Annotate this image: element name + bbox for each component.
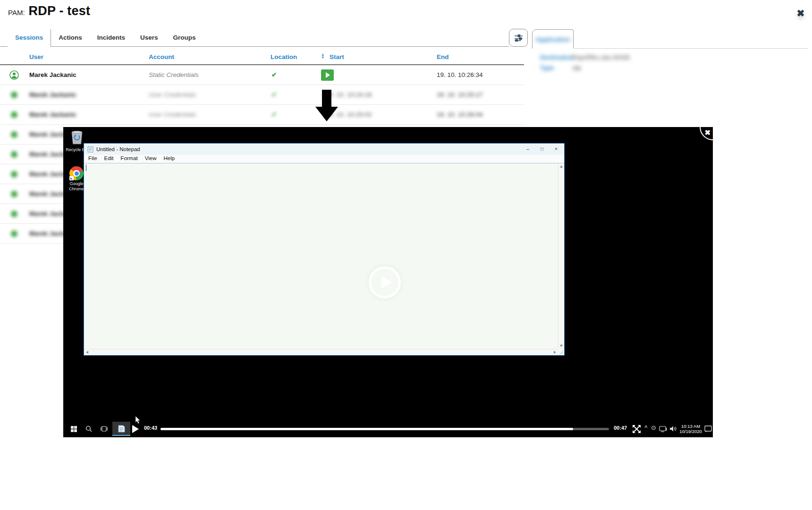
player-close-icon[interactable]: ✖ (704, 128, 710, 137)
cell-end: 19. 10. 10:25:17 (437, 85, 483, 105)
sort-icon[interactable]: ▲▼ (321, 53, 324, 59)
location-check-icon: ✔ (271, 85, 277, 105)
taskbar-clock[interactable]: 10:13 AM 10/19/2020 (678, 424, 703, 434)
field-label[interactable]: Destination (540, 54, 572, 61)
menu-format[interactable]: Format (119, 155, 139, 163)
user-avatar-icon (11, 111, 17, 118)
user-avatar-icon (11, 92, 17, 98)
scroll-left-icon[interactable] (86, 351, 88, 354)
table-header: User Account Location ▲▼ Start End (0, 50, 524, 65)
menu-file[interactable]: File (87, 155, 99, 163)
player-play-icon[interactable] (132, 425, 139, 433)
shortcut-arrow-icon (69, 176, 74, 180)
text-caret (86, 165, 86, 171)
search-icon (85, 425, 92, 432)
action-center-icon[interactable] (704, 425, 712, 432)
scroll-up-icon[interactable] (560, 165, 563, 168)
network-icon[interactable] (659, 426, 667, 432)
user-avatar-icon (11, 171, 17, 178)
user-avatar-icon (9, 70, 19, 80)
header-location[interactable]: Location (271, 53, 297, 60)
session-recording-player: ✖ Recycle Bin Google Chrome Untitled - N… (63, 127, 713, 437)
header-end[interactable]: End (437, 53, 449, 60)
user-avatar-icon (11, 191, 17, 197)
vertical-scrollbar[interactable] (558, 163, 564, 349)
user-avatar-icon (11, 211, 17, 217)
start-button[interactable] (67, 422, 80, 436)
header-user[interactable]: User (29, 53, 43, 60)
tab-actions[interactable]: Actions (51, 29, 90, 46)
seek-bar[interactable] (161, 428, 609, 430)
close-icon[interactable]: ✖ (794, 7, 807, 20)
tab-users[interactable]: Users (133, 29, 166, 46)
tray-record-icon[interactable]: ⊙ (651, 424, 656, 431)
sliders-icon (514, 34, 523, 42)
field-type: Type rdp (540, 64, 630, 71)
page-title: PAM: RDP - test (8, 4, 90, 18)
window-close-button[interactable]: × (549, 144, 563, 155)
filter-button[interactable] (509, 29, 528, 47)
header-account[interactable]: Account (149, 53, 174, 60)
down-arrow-icon (314, 90, 339, 122)
recycle-bin-icon (70, 129, 84, 144)
cell-user: Marek Jackanic (29, 65, 76, 85)
scroll-down-icon[interactable] (560, 345, 563, 347)
panel-divider (573, 48, 808, 49)
maximize-button[interactable]: □ (535, 144, 549, 155)
resize-grip-icon[interactable] (558, 349, 564, 355)
notepad-menubar: File Edit Format View Help (84, 155, 564, 163)
session-row[interactable]: Marek Jackanic User Credentials ✔ 19. 10… (0, 85, 524, 105)
cell-end: 19. 10. 10:26:34 (437, 65, 483, 85)
clock-time: 10:13 AM (678, 424, 703, 429)
menu-edit[interactable]: Edit (103, 155, 115, 163)
notepad-window: Untitled - Notepad – □ × File Edit Forma… (84, 143, 565, 356)
field-label[interactable]: Type (540, 64, 572, 71)
taskbar-notepad-button[interactable] (112, 422, 130, 436)
session-row[interactable]: Marek Jackanic Static Credentials ✔ 19. … (0, 65, 524, 85)
notepad-icon (87, 146, 93, 153)
location-check-icon: ✔ (271, 65, 277, 85)
scroll-right-icon[interactable] (554, 351, 556, 354)
tab-sessions[interactable]: Sessions (8, 29, 51, 46)
notepad-titlebar[interactable]: Untitled - Notepad – □ × (84, 144, 564, 155)
tab-application-label: Application (535, 36, 570, 43)
location-check-icon: ✔ (271, 105, 277, 125)
cell-account: User Credentials (149, 105, 196, 125)
notepad-text-area[interactable] (84, 163, 564, 355)
session-row[interactable]: Marek Jackanic User Credentials ✔ 19. 10… (0, 105, 524, 125)
fullscreen-icon[interactable] (633, 425, 641, 433)
video-play-button[interactable] (369, 266, 401, 298)
task-view-icon (101, 426, 108, 432)
tab-incidents[interactable]: Incidents (90, 29, 133, 46)
task-view-button[interactable] (97, 422, 110, 436)
field-value: rdp (572, 64, 581, 71)
user-avatar-icon (11, 131, 17, 138)
cell-account: User Credentials (149, 85, 196, 105)
tab-groups[interactable]: Groups (166, 29, 203, 46)
user-avatar-icon (11, 151, 17, 158)
hidden-icons-chevron[interactable]: ^ (644, 425, 647, 430)
tab-application[interactable]: Application (532, 29, 574, 49)
taskbar-search-button[interactable] (82, 422, 95, 436)
tab-bar: Sessions Actions Incidents Users Groups (0, 29, 509, 47)
field-value: RaynRfks.rato.30335 (572, 54, 630, 61)
play-session-button[interactable] (321, 69, 334, 81)
menu-view[interactable]: View (144, 155, 158, 163)
elapsed-time: 00:43 (144, 425, 157, 431)
mouse-cursor-icon (135, 416, 140, 424)
menu-help[interactable]: Help (162, 155, 177, 163)
windows-start-icon (71, 426, 77, 432)
field-destination: Destination RaynRfks.rato.30335 (540, 54, 630, 61)
notepad-taskbar-icon (118, 425, 125, 433)
sort-down-icon: ▼ (321, 56, 324, 59)
volume-icon[interactable] (670, 426, 677, 432)
cell-user: Marek Jackanic (29, 85, 76, 105)
header-start[interactable]: Start (330, 53, 344, 60)
cell-user: Marek Jackanic (29, 105, 76, 125)
horizontal-scrollbar[interactable] (84, 349, 558, 355)
app-prefix: PAM: (8, 8, 25, 17)
total-duration: 00:47 (614, 425, 627, 431)
user-avatar-icon (11, 230, 17, 237)
minimize-button[interactable]: – (521, 144, 535, 155)
progress-fill (161, 428, 573, 430)
